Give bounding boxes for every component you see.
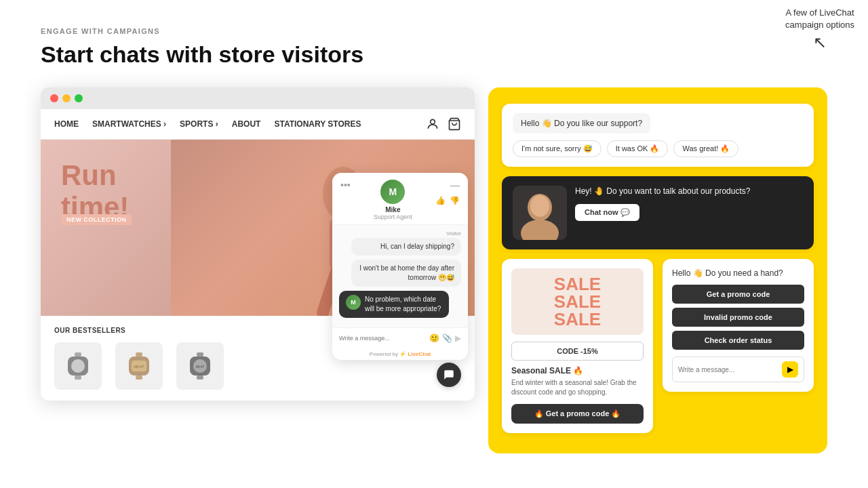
svg-point-9 [71, 359, 85, 373]
sale-text-1: SALE [518, 275, 637, 293]
invalid-promo-button[interactable]: Invalid promo code [672, 308, 804, 327]
minimize-icon[interactable]: — [450, 180, 460, 190]
product-item-2[interactable]: 08:47 [115, 342, 163, 390]
agent-name: Mike [385, 206, 400, 214]
hero-badge: NEW COLLECTION [61, 214, 132, 225]
livechat-logo: ⚡ LiveChat [399, 351, 431, 357]
svg-point-23 [530, 195, 549, 217]
svg-rect-6 [75, 352, 81, 357]
annotation-arrow: ↙ [785, 34, 854, 53]
agent-photo [513, 186, 567, 240]
nav-smartwatches[interactable]: SMARTWATCHES › [92, 119, 166, 129]
nav-stores[interactable]: STATIONARY STORES [274, 119, 361, 129]
chat-messages: Visitor Hi, can I delay shipping? I won'… [332, 225, 468, 327]
chat-bubble-1: Hi, can I delay shipping? [351, 238, 461, 256]
campaign-card-dark: Hey! 🤚 Do you want to talk about our pro… [502, 176, 814, 249]
svg-rect-8 [75, 375, 81, 380]
sale-card: SALE SALE SALE CODE -15% Seasonal SALE 🔥… [502, 259, 653, 433]
action-card: Hello 👋 Do you need a hand? Get a promo … [663, 259, 814, 392]
browser-dot-yellow[interactable] [62, 94, 71, 102]
page-title: Start chats with store visitors [41, 42, 827, 67]
product-item-3[interactable]: 08:47 [176, 342, 224, 390]
action-card-input[interactable] [678, 366, 782, 373]
chat-bubble-2: I won't be at home the day after tomorro… [351, 260, 461, 287]
store-nav-links: HOME SMARTWATCHES › SPORTS › ABOUT STATI… [54, 119, 361, 129]
user-icon[interactable] [426, 117, 439, 131]
chat-header: ••• M Mike Support Agent — 👍 👎 [332, 173, 468, 225]
agent-avatar: M [380, 180, 405, 204]
sale-text-3: SALE [518, 310, 637, 328]
campaign-greeting-1: Hello 👋 Do you like our support? [513, 113, 650, 134]
nav-home[interactable]: HOME [54, 119, 79, 129]
agent-role: Support Agent [374, 214, 412, 220]
chat-powered: Powered by ⚡ LiveChat [332, 348, 468, 360]
chat-now-button[interactable]: Chat now 💬 [575, 204, 639, 221]
browser-mockup: HOME SMARTWATCHES › SPORTS › ABOUT STATI… [41, 87, 475, 401]
chat-input-area: 🙂 📎 ▶ [332, 327, 468, 348]
watch-icon-1 [64, 349, 92, 383]
chat-dots-icon[interactable]: ••• [340, 180, 351, 190]
watch-icon-3: 08:47 [186, 349, 214, 383]
send-icon[interactable]: ▶ [455, 333, 461, 343]
store-nav-icons [426, 117, 461, 131]
visitor-label: Visitor [339, 230, 461, 237]
section-label: ENGAGE WITH CAMPAIGNS [41, 27, 827, 35]
svg-rect-17 [197, 375, 203, 380]
chat-toggle-icon [443, 369, 455, 381]
sale-card-header: SALE SALE SALE [511, 268, 644, 335]
check-order-status-button[interactable]: Check order status [672, 331, 804, 350]
action-card-title: Hello 👋 Do you need a hand? [672, 268, 804, 278]
campaign-option-great[interactable]: Was great! 🔥 [673, 140, 738, 157]
browser-dot-green[interactable] [75, 94, 83, 102]
action-card-input-row: ▶ [672, 357, 804, 382]
svg-rect-10 [136, 352, 142, 357]
hero-text: Runtime! [61, 160, 129, 222]
sale-desc: End winter with a seasonal sale! Grab th… [511, 378, 644, 397]
svg-rect-15 [197, 352, 203, 357]
thumbs-down-icon[interactable]: 👎 [450, 196, 460, 205]
nav-sports[interactable]: SPORTS › [180, 119, 218, 129]
campaign-message-2: Hey! 🤚 Do you want to talk about our pro… [575, 186, 803, 197]
campaign-card-feedback: Hello 👋 Do you like our support? I'm not… [502, 104, 814, 167]
thumbs-up-icon[interactable]: 👍 [435, 196, 446, 205]
annotation-text: A few of LiveChat campaign options [785, 7, 854, 31]
campaign-option-ok[interactable]: It was OK 🔥 [607, 140, 669, 157]
emoji-icon[interactable]: 🙂 [429, 333, 439, 343]
campaign-option-not-sure[interactable]: I'm not sure, sorry 😅 [513, 140, 601, 157]
campaign-options-1: I'm not sure, sorry 😅 It was OK 🔥 Was gr… [513, 140, 803, 157]
cart-icon[interactable] [448, 117, 461, 131]
chat-input[interactable] [339, 335, 425, 342]
action-send-button[interactable]: ▶ [782, 361, 798, 378]
svg-text:08:47: 08:47 [134, 365, 144, 369]
sale-desc-title: Seasonal SALE 🔥 [511, 366, 644, 375]
sale-text-2: SALE [518, 293, 637, 310]
yellow-panel: Hello 👋 Do you like our support? I'm not… [488, 87, 827, 453]
main-content: HOME SMARTWATCHES › SPORTS › ABOUT STATI… [41, 87, 827, 453]
agent-photo-svg [513, 186, 567, 240]
attach-icon[interactable]: 📎 [442, 333, 452, 343]
get-promo-code-button[interactable]: Get a promo code [672, 285, 804, 304]
agent-small-avatar: M [346, 295, 361, 310]
browser-titlebar [41, 87, 475, 109]
nav-about[interactable]: ABOUT [232, 119, 261, 129]
chat-input-icons: 🙂 📎 ▶ [429, 333, 461, 343]
get-promo-button[interactable]: 🔥 Get a promo code 🔥 [511, 404, 644, 424]
svg-rect-12 [136, 375, 142, 380]
chat-bubble-agent: M No problem, which date will be more ap… [339, 291, 449, 318]
agent-info: M Mike Support Agent [374, 180, 412, 220]
annotation: A few of LiveChat campaign options ↙ [785, 7, 854, 53]
browser-dot-red[interactable] [50, 94, 58, 102]
product-item-1[interactable] [54, 342, 102, 390]
promo-code-box: CODE -15% [511, 342, 644, 361]
svg-text:08:47: 08:47 [196, 365, 205, 369]
watch-icon-2: 08:47 [125, 349, 153, 383]
chat-widget: ••• M Mike Support Agent — 👍 👎 [332, 173, 468, 360]
bottom-cards-row: SALE SALE SALE CODE -15% Seasonal SALE 🔥… [502, 259, 814, 433]
store-nav: HOME SMARTWATCHES › SPORTS › ABOUT STATI… [41, 109, 475, 140]
dark-card-content: Hey! 🤚 Do you want to talk about our pro… [575, 186, 803, 221]
svg-point-0 [431, 120, 435, 125]
